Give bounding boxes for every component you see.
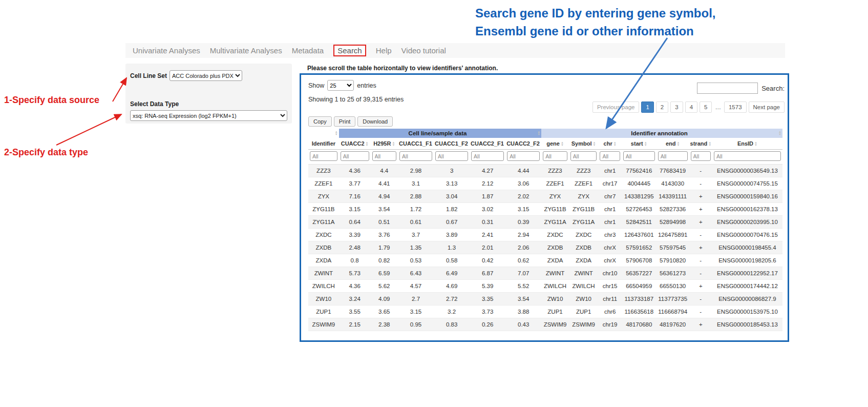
filter-cell [622, 150, 657, 165]
page-button-2[interactable]: 2 [656, 101, 668, 113]
cell: 0.39 [505, 216, 541, 229]
filter-input-start[interactable] [623, 151, 655, 161]
filter-input-symbol[interactable] [570, 151, 597, 161]
cell: 3.55 [339, 306, 371, 318]
filter-input-cuacc1-f1[interactable] [399, 151, 432, 161]
cell: ZSWIM9 [569, 318, 599, 331]
cell: 1.35 [398, 241, 434, 254]
cell: ZWINT [308, 267, 339, 280]
column-header-strand[interactable]: strand▲▼ [689, 138, 712, 150]
cell: + [689, 216, 712, 229]
cell: 3.04 [434, 190, 470, 203]
filter-cell [541, 150, 569, 165]
cell: - [689, 267, 712, 280]
filter-input-h295r[interactable] [372, 151, 397, 161]
cell: - [689, 306, 712, 318]
cell: 4.44 [505, 165, 541, 177]
column-header-symbol[interactable]: Symbol▲▼ [569, 138, 599, 150]
cell: ZXDB [541, 241, 569, 254]
cell: ZXDC [308, 229, 339, 241]
cell: ZXDB [308, 241, 339, 254]
nav-item-search[interactable]: Search [333, 45, 366, 56]
column-header-cuacc1-f1[interactable]: CUACC1_F1▲▼ [398, 138, 434, 150]
cell: 0.51 [371, 216, 398, 229]
sort-icon: ▲▼ [392, 141, 395, 147]
data-type-select[interactable]: xsq: RNA-seq Expression (log2 FPKM+1) [130, 110, 287, 121]
cell: 4.27 [470, 165, 505, 177]
cell: + [689, 280, 712, 293]
download-button[interactable]: Download [357, 116, 393, 127]
group-header-cell-line-sample-data[interactable]: Cell line/sample data▲▼ [339, 129, 542, 138]
sort-icon: ▲▼ [537, 131, 540, 136]
cell: 0.31 [470, 216, 505, 229]
group-header-blank[interactable]: ▲▼ [308, 129, 339, 138]
options-panel: Cell Line Set ACC Colorado plus PDX Sele… [125, 64, 292, 124]
column-header-ensid[interactable]: EnsID▲▼ [712, 138, 782, 150]
previous-page-button[interactable]: Previous page [592, 101, 640, 113]
group-header-identifier-annotation[interactable]: Identifier annotation▲▼ [541, 129, 782, 138]
cell: 0.42 [470, 254, 505, 267]
cell: 52827336 [657, 203, 689, 216]
table-row: ZW103.244.092.72.723.353.54ZW10ZW10chr11… [308, 293, 782, 306]
cell: 3.2 [434, 306, 470, 318]
filter-input-cuacc2-f1[interactable] [471, 151, 504, 161]
filter-input-end[interactable] [658, 151, 688, 161]
cell: 56357227 [622, 267, 657, 280]
cell: chr17 [598, 177, 621, 190]
search-annotation: Search gene ID by entering gene symbol, … [475, 4, 715, 40]
column-header-h295r[interactable]: H295R▲▼ [371, 138, 398, 150]
column-header-end[interactable]: end▲▼ [657, 138, 689, 150]
cell: 0.58 [434, 254, 470, 267]
column-header-gene[interactable]: gene▲▼ [541, 138, 569, 150]
page-button-1[interactable]: 1 [641, 101, 653, 113]
nav-item-multivariate-analyses[interactable]: Multivariate Analyses [210, 46, 282, 55]
filter-input-cuacc2-f2[interactable] [507, 151, 540, 161]
copy-button[interactable]: Copy [308, 116, 332, 127]
cell: 116668794 [657, 306, 689, 318]
cell-line-set-select[interactable]: ACC Colorado plus PDX [170, 70, 242, 81]
filter-input-identifier[interactable] [310, 151, 337, 161]
nav-item-metadata[interactable]: Metadata [292, 46, 324, 55]
filter-cell [371, 150, 398, 165]
cell: 3.7 [398, 229, 434, 241]
column-header-cuacc2-f2[interactable]: CUACC2_F2▲▼ [505, 138, 541, 150]
page-button-5[interactable]: 5 [700, 101, 712, 113]
filter-input-strand[interactable] [691, 151, 711, 161]
column-header-cuacc2-f1[interactable]: CUACC2_F1▲▼ [470, 138, 505, 150]
cell: ENSG00000198455.4 [712, 241, 782, 254]
filter-input-cuacc1-f2[interactable] [435, 151, 468, 161]
cell: 1.3 [434, 241, 470, 254]
filter-input-chr[interactable] [600, 151, 620, 161]
filter-input-gene[interactable] [543, 151, 567, 161]
page-button-3[interactable]: 3 [670, 101, 683, 113]
column-header-cuacc2[interactable]: CUACC2▲▼ [339, 138, 371, 150]
column-header-cuacc1-f2[interactable]: CUACC1_F2▲▼ [434, 138, 470, 150]
nav-item-video-tutorial[interactable]: Video tutorial [401, 46, 446, 55]
column-header-start[interactable]: start▲▼ [622, 138, 657, 150]
search-input[interactable] [697, 83, 758, 94]
table-row: ZZZ34.364.42.9834.274.44ZZZ3ZZZ3chr17756… [308, 165, 782, 177]
page-button-4[interactable]: 4 [685, 101, 697, 113]
nav-item-help[interactable]: Help [376, 46, 392, 55]
cell: 3.89 [434, 229, 470, 241]
column-header-chr[interactable]: chr▲▼ [598, 138, 621, 150]
cell: 4.36 [339, 165, 371, 177]
page-button-1573[interactable]: 1573 [724, 101, 747, 113]
sort-icon: ▲▼ [613, 141, 617, 147]
sort-icon: ▲▼ [561, 141, 564, 147]
sort-icon: ▲▼ [469, 141, 470, 147]
cell: 0.95 [398, 318, 434, 331]
column-header-identifier[interactable]: Identifier [308, 138, 339, 150]
print-button[interactable]: Print [334, 116, 356, 127]
next-page-button[interactable]: Next page [749, 101, 785, 113]
cell: 113733187 [622, 293, 657, 306]
cell: ZYG11B [569, 203, 599, 216]
step1-annotation: 1-Specify data source [4, 95, 99, 106]
page-length-select[interactable]: 25 [327, 80, 354, 91]
table-row: ZYG11B3.153.541.721.823.023.15ZYG11BZYG1… [308, 203, 782, 216]
cell: 3.73 [470, 306, 505, 318]
filter-input-ensid[interactable] [714, 151, 781, 161]
nav-item-univariate-analyses[interactable]: Univariate Analyses [133, 46, 200, 55]
filter-input-cuacc2[interactable] [341, 151, 369, 161]
cell: ENSG00000203995.10 [712, 216, 782, 229]
